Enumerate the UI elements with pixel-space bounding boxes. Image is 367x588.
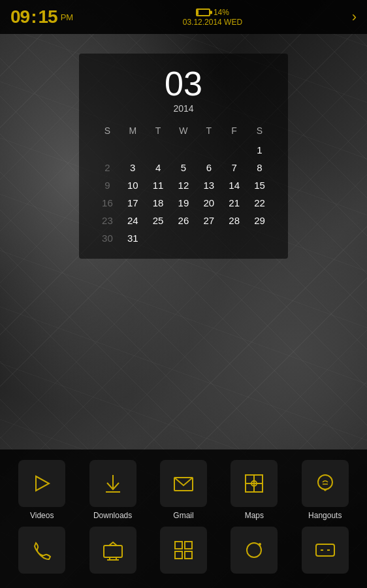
- calendar-day[interactable]: 17: [120, 194, 146, 212]
- phone-icon-box[interactable]: [18, 527, 65, 574]
- calendar-day[interactable]: 21: [221, 194, 247, 212]
- calendar-day[interactable]: [146, 141, 171, 159]
- app-downloads[interactable]: Downloads: [82, 460, 144, 520]
- downloads-label: Downloads: [93, 511, 132, 520]
- battery-fill: [197, 10, 199, 15]
- app-dock: Videos Downloads Gmail: [0, 449, 367, 588]
- hangouts-label: Hangouts: [308, 511, 342, 520]
- gmail-icon-box[interactable]: [160, 460, 207, 507]
- maps-icon-box[interactable]: [231, 460, 278, 507]
- calendar-day[interactable]: [171, 141, 197, 159]
- calendar-day[interactable]: 4: [146, 159, 171, 176]
- calendar-day[interactable]: 18: [146, 194, 171, 212]
- calendar-day[interactable]: 9: [95, 176, 120, 194]
- calendar-widget: 03 2014 S M T W T F S 123456789101112131…: [79, 54, 288, 259]
- status-right[interactable]: ›: [352, 8, 357, 25]
- calendar-day[interactable]: 12: [171, 176, 197, 194]
- calendar-day[interactable]: [171, 229, 197, 247]
- gmail-label: Gmail: [173, 511, 193, 520]
- camera-icon: [242, 538, 266, 563]
- app-maps[interactable]: Maps: [223, 460, 285, 520]
- downloads-icon-box[interactable]: [89, 460, 136, 507]
- hangouts-icon-box[interactable]: [302, 460, 349, 507]
- app-row-1: Videos Downloads Gmail: [7, 460, 360, 520]
- app-grid[interactable]: [152, 527, 215, 578]
- back-button[interactable]: ›: [352, 8, 357, 25]
- svg-rect-21: [316, 544, 334, 556]
- calendar-day[interactable]: [196, 229, 221, 247]
- calendar-day[interactable]: 3: [120, 159, 146, 176]
- battery-icon: [196, 8, 210, 16]
- weekday-w: W: [171, 123, 197, 141]
- camera-icon-box[interactable]: [231, 527, 278, 574]
- download-icon: [101, 471, 125, 496]
- messages-icon-box[interactable]: [302, 527, 349, 574]
- calendar-day[interactable]: 14: [221, 176, 247, 194]
- weekday-f: F: [221, 123, 247, 141]
- svg-marker-0: [36, 476, 49, 491]
- calendar-day[interactable]: 23: [95, 212, 120, 229]
- app-tv[interactable]: [82, 527, 144, 578]
- calendar-day[interactable]: [95, 141, 120, 159]
- tv-icon: [101, 538, 125, 563]
- calendar-day[interactable]: 27: [196, 212, 221, 229]
- calendar-day[interactable]: [247, 229, 272, 247]
- date-display: 03.12.2014 WED: [183, 18, 242, 27]
- weekday-t1: T: [146, 123, 171, 141]
- play-icon: [29, 471, 54, 496]
- weekday-s2: S: [247, 123, 272, 141]
- time-minutes: 15: [38, 7, 57, 27]
- calendar-day[interactable]: 24: [120, 212, 146, 229]
- calendar-day[interactable]: [221, 141, 247, 159]
- app-videos[interactable]: Videos: [10, 460, 73, 520]
- calendar-day[interactable]: [120, 141, 146, 159]
- calendar-day[interactable]: 22: [247, 194, 272, 212]
- videos-icon-box[interactable]: [18, 460, 65, 507]
- app-gmail[interactable]: Gmail: [152, 460, 215, 520]
- calendar-day[interactable]: 20: [196, 194, 221, 212]
- calendar-day[interactable]: 1: [247, 141, 272, 159]
- calendar-day[interactable]: 25: [146, 212, 171, 229]
- svg-point-9: [318, 475, 332, 489]
- calendar-day[interactable]: 29: [247, 212, 272, 229]
- calendar-day[interactable]: 2: [95, 159, 120, 176]
- calendar-day[interactable]: 15: [247, 176, 272, 194]
- svg-rect-18: [185, 551, 192, 559]
- calendar-day[interactable]: [196, 141, 221, 159]
- svg-point-20: [259, 543, 261, 546]
- app-messages[interactable]: [294, 527, 357, 578]
- battery-percent: 14%: [214, 8, 229, 17]
- calendar-day[interactable]: 13: [196, 176, 221, 194]
- calendar-day[interactable]: [221, 229, 247, 247]
- calendar-grid: S M T W T F S 12345678910111213141516171…: [95, 123, 272, 247]
- svg-rect-17: [175, 551, 182, 559]
- time-colon: :: [31, 7, 37, 27]
- tv-icon-box[interactable]: [89, 527, 136, 574]
- calendar-day[interactable]: 16: [95, 194, 120, 212]
- weekday-t2: T: [196, 123, 221, 141]
- calendar-day[interactable]: 5: [171, 159, 197, 176]
- calendar-day[interactable]: [146, 229, 171, 247]
- messages-icon: [313, 538, 338, 563]
- calendar-day[interactable]: 28: [221, 212, 247, 229]
- app-phone[interactable]: [10, 527, 73, 578]
- maps-label: Maps: [245, 511, 264, 520]
- calendar-day[interactable]: 7: [221, 159, 247, 176]
- calendar-day[interactable]: 10: [120, 176, 146, 194]
- svg-rect-11: [104, 546, 122, 557]
- calendar-day[interactable]: 6: [196, 159, 221, 176]
- clock: 09 : 15 PM: [10, 7, 73, 27]
- grid-icon-box[interactable]: [160, 527, 207, 574]
- calendar-day[interactable]: 11: [146, 176, 171, 194]
- app-camera[interactable]: [223, 527, 285, 578]
- time-ampm: PM: [61, 12, 74, 22]
- calendar-day[interactable]: 30: [95, 229, 120, 247]
- calendar-year: 2014: [95, 103, 272, 114]
- status-bar: 09 : 15 PM 14% 03.12.2014 WED ›: [0, 0, 367, 34]
- calendar-day[interactable]: 26: [171, 212, 197, 229]
- calendar-day[interactable]: 31: [120, 229, 146, 247]
- app-hangouts[interactable]: Hangouts: [294, 460, 357, 520]
- calendar-day[interactable]: 19: [171, 194, 197, 212]
- phone-icon: [29, 538, 54, 563]
- calendar-day[interactable]: 8: [247, 159, 272, 176]
